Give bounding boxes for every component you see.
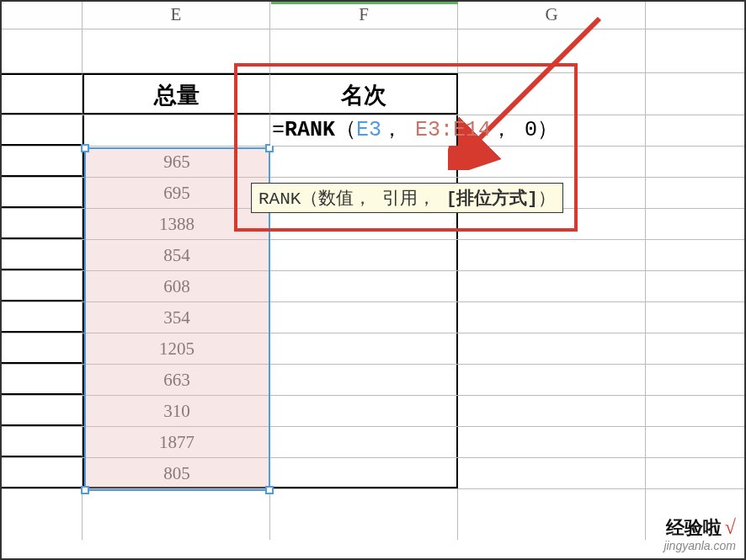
- blank-row: [2, 29, 744, 73]
- header-total: 总量: [83, 73, 270, 115]
- formula-arg1: E3: [356, 118, 381, 142]
- tooltip-fn: RANK: [258, 189, 301, 209]
- data-cell[interactable]: 854: [83, 240, 270, 270]
- table-row: 1877: [2, 427, 744, 458]
- data-cell[interactable]: 310: [83, 396, 270, 426]
- table-row: 854: [2, 240, 744, 271]
- checkmark-icon: √: [725, 516, 736, 538]
- table-row: 965: [2, 147, 744, 178]
- tooltip-param: 引用: [382, 189, 418, 209]
- formula-prefix: =: [272, 118, 285, 142]
- column-header-stub: [2, 2, 83, 29]
- formula-arg2: E3:E14: [415, 118, 491, 142]
- header-rank: 名次: [270, 73, 458, 115]
- paren-close: ）: [537, 118, 558, 142]
- data-cell[interactable]: 608: [83, 271, 270, 301]
- table-row: 805: [2, 458, 744, 489]
- data-cell[interactable]: 1877: [83, 427, 270, 457]
- table-row: 1205: [2, 333, 744, 365]
- data-cell[interactable]: 965: [83, 147, 270, 177]
- data-cell[interactable]: 1205: [83, 333, 270, 364]
- table-row: 310: [2, 396, 744, 427]
- watermark-text: 经验啦: [666, 518, 722, 538]
- column-header-e[interactable]: E: [83, 2, 270, 29]
- data-cell[interactable]: 354: [83, 302, 270, 333]
- tooltip-param-active: [排位方式]: [446, 189, 538, 209]
- table-row: 608: [2, 271, 744, 302]
- sep1: ，: [381, 118, 402, 142]
- formula-fn: RANK: [285, 118, 335, 142]
- grid[interactable]: 总量 名次 =RANK（E3， E3:E14， 0） 965 695 1388 …: [2, 29, 744, 540]
- data-cell[interactable]: 663: [83, 365, 270, 395]
- table-header-row: 总量 名次: [2, 73, 744, 115]
- sep2: ，: [491, 118, 512, 142]
- active-column-indicator: [271, 2, 458, 4]
- table-row: 663: [2, 365, 744, 396]
- formula-cell[interactable]: =RANK（E3， E3:E14， 0）: [270, 115, 458, 146]
- data-cell[interactable]: 695: [83, 178, 270, 208]
- formula-arg3: 0: [525, 118, 537, 142]
- column-header-row: E F G: [2, 2, 744, 29]
- spreadsheet[interactable]: E F G 总量 名次 =RANK（E3， E3:E14， 0） 965 695: [2, 2, 744, 558]
- table-row: 1388: [2, 209, 744, 240]
- tooltip-param: 数值: [318, 189, 354, 209]
- formula-row: =RANK（E3， E3:E14， 0）: [2, 115, 744, 147]
- watermark: 经验啦 √ jingyanla.com: [663, 516, 736, 553]
- paren-open: （: [335, 118, 356, 142]
- table-row: 354: [2, 302, 744, 333]
- column-header-g[interactable]: G: [458, 2, 646, 29]
- column-header-f[interactable]: F: [270, 2, 458, 29]
- function-tooltip: RANK（数值， 引用， [排位方式]）: [251, 183, 563, 213]
- data-cell[interactable]: 805: [83, 458, 270, 488]
- data-cell[interactable]: 1388: [83, 209, 270, 239]
- watermark-url: jingyanla.com: [663, 539, 736, 552]
